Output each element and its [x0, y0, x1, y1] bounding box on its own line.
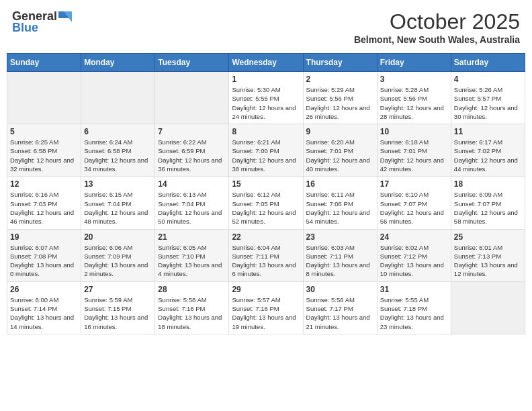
calendar-cell: 29Sunrise: 5:57 AMSunset: 7:16 PMDayligh… — [229, 281, 303, 334]
day-number: 27 — [84, 285, 152, 294]
calendar-header-row: SundayMondayTuesdayWednesdayThursdayFrid… — [7, 54, 525, 72]
daylight-text: Daylight: 12 hours and 40 minutes. — [306, 156, 374, 174]
sunset-text: Sunset: 7:16 PM — [158, 304, 226, 313]
sunrise-text: Sunrise: 6:09 AM — [454, 190, 522, 199]
calendar-header-friday: Friday — [377, 54, 451, 72]
cell-content: Sunrise: 5:26 AMSunset: 5:57 PMDaylight:… — [454, 85, 522, 121]
sunrise-text: Sunrise: 5:56 AM — [306, 295, 374, 304]
sunrise-text: Sunrise: 6:02 AM — [380, 243, 448, 252]
location-subtitle: Belmont, New South Wales, Australia — [354, 34, 520, 45]
cell-content: Sunrise: 6:03 AMSunset: 7:11 PMDaylight:… — [306, 243, 374, 279]
day-number: 18 — [454, 179, 522, 189]
sunset-text: Sunset: 5:57 PM — [454, 94, 522, 103]
sunrise-text: Sunrise: 6:20 AM — [306, 138, 374, 146]
cell-content: Sunrise: 6:13 AMSunset: 7:04 PMDaylight:… — [158, 190, 226, 226]
cell-content: Sunrise: 6:12 AMSunset: 7:05 PMDaylight:… — [232, 190, 300, 226]
daylight-text: Daylight: 12 hours and 52 minutes. — [232, 208, 300, 226]
calendar-cell — [81, 72, 155, 124]
sunset-text: Sunset: 7:09 PM — [84, 252, 152, 261]
calendar-cell — [7, 72, 81, 124]
daylight-text: Daylight: 12 hours and 36 minutes. — [158, 156, 226, 174]
cell-content: Sunrise: 6:25 AMSunset: 6:58 PMDaylight:… — [10, 138, 78, 173]
sunset-text: Sunset: 7:18 PM — [380, 304, 448, 313]
sunset-text: Sunset: 7:02 PM — [454, 146, 522, 155]
cell-content: Sunrise: 6:21 AMSunset: 7:00 PMDaylight:… — [232, 138, 300, 173]
calendar-body: 1Sunrise: 5:30 AMSunset: 5:55 PMDaylight… — [7, 72, 525, 334]
cell-content: Sunrise: 5:29 AMSunset: 5:56 PMDaylight:… — [306, 85, 374, 121]
sunset-text: Sunset: 6:59 PM — [158, 146, 226, 155]
daylight-text: Daylight: 12 hours and 30 minutes. — [454, 103, 522, 122]
sunrise-text: Sunrise: 5:26 AM — [454, 85, 522, 94]
calendar-cell: 2Sunrise: 5:29 AMSunset: 5:56 PMDaylight… — [303, 72, 377, 124]
calendar-week-row: 12Sunrise: 6:16 AMSunset: 7:03 PMDayligh… — [7, 177, 525, 229]
calendar-cell: 9Sunrise: 6:20 AMSunset: 7:01 PMDaylight… — [303, 124, 377, 177]
calendar-cell: 12Sunrise: 6:16 AMSunset: 7:03 PMDayligh… — [7, 177, 81, 229]
logo-blue-text: Blue — [12, 21, 38, 35]
calendar-cell: 10Sunrise: 6:18 AMSunset: 7:01 PMDayligh… — [377, 124, 451, 177]
sunrise-text: Sunrise: 6:25 AM — [10, 138, 78, 146]
cell-content: Sunrise: 6:06 AMSunset: 7:09 PMDaylight:… — [84, 243, 152, 279]
day-number: 17 — [380, 179, 448, 189]
daylight-text: Daylight: 13 hours and 8 minutes. — [306, 261, 374, 279]
sunrise-text: Sunrise: 6:12 AM — [232, 190, 300, 199]
daylight-text: Daylight: 13 hours and 2 minutes. — [84, 261, 152, 279]
sunset-text: Sunset: 6:58 PM — [84, 146, 152, 155]
day-number: 6 — [84, 127, 152, 136]
cell-content: Sunrise: 6:04 AMSunset: 7:11 PMDaylight:… — [232, 243, 300, 279]
daylight-text: Daylight: 13 hours and 12 minutes. — [454, 261, 522, 279]
sunrise-text: Sunrise: 6:13 AM — [158, 190, 226, 199]
day-number: 30 — [306, 285, 374, 294]
day-number: 4 — [454, 75, 522, 84]
cell-content: Sunrise: 5:57 AMSunset: 7:16 PMDaylight:… — [232, 295, 300, 331]
sunset-text: Sunset: 6:58 PM — [10, 146, 78, 155]
sunset-text: Sunset: 7:04 PM — [158, 199, 226, 208]
sunrise-text: Sunrise: 6:17 AM — [454, 138, 522, 146]
calendar-cell: 20Sunrise: 6:06 AMSunset: 7:09 PMDayligh… — [81, 229, 155, 281]
sunset-text: Sunset: 7:13 PM — [454, 252, 522, 261]
calendar-cell — [155, 72, 229, 124]
daylight-text: Daylight: 13 hours and 10 minutes. — [380, 261, 448, 279]
daylight-text: Daylight: 13 hours and 21 minutes. — [306, 313, 374, 331]
day-number: 29 — [232, 285, 300, 294]
calendar-cell: 4Sunrise: 5:26 AMSunset: 5:57 PMDaylight… — [451, 72, 525, 124]
title-area: October 2025 Belmont, New South Wales, A… — [354, 9, 520, 45]
sunrise-text: Sunrise: 6:04 AM — [232, 243, 300, 252]
header: General Blue October 2025 Belmont, New S… — [7, 7, 525, 48]
sunrise-text: Sunrise: 6:18 AM — [380, 138, 448, 146]
calendar-cell: 16Sunrise: 6:11 AMSunset: 7:06 PMDayligh… — [303, 177, 377, 229]
cell-content: Sunrise: 6:09 AMSunset: 7:07 PMDaylight:… — [454, 190, 522, 226]
day-number: 28 — [158, 285, 226, 294]
daylight-text: Daylight: 12 hours and 42 minutes. — [380, 156, 448, 174]
day-number: 20 — [84, 232, 152, 242]
calendar-cell: 18Sunrise: 6:09 AMSunset: 7:07 PMDayligh… — [451, 177, 525, 229]
day-number: 2 — [306, 75, 374, 84]
calendar-cell: 6Sunrise: 6:24 AMSunset: 6:58 PMDaylight… — [81, 124, 155, 177]
daylight-text: Daylight: 12 hours and 58 minutes. — [454, 208, 522, 226]
daylight-text: Daylight: 12 hours and 32 minutes. — [10, 156, 78, 174]
cell-content: Sunrise: 5:28 AMSunset: 5:56 PMDaylight:… — [380, 85, 448, 121]
day-number: 5 — [10, 127, 78, 136]
sunset-text: Sunset: 5:55 PM — [232, 94, 300, 103]
sunrise-text: Sunrise: 5:59 AM — [84, 295, 152, 304]
daylight-text: Daylight: 12 hours and 26 minutes. — [306, 103, 374, 122]
sunset-text: Sunset: 7:01 PM — [306, 146, 374, 155]
sunrise-text: Sunrise: 6:16 AM — [10, 190, 78, 199]
sunrise-text: Sunrise: 6:10 AM — [380, 190, 448, 199]
calendar-cell: 23Sunrise: 6:03 AMSunset: 7:11 PMDayligh… — [303, 229, 377, 281]
sunrise-text: Sunrise: 6:06 AM — [84, 243, 152, 252]
calendar-cell: 15Sunrise: 6:12 AMSunset: 7:05 PMDayligh… — [229, 177, 303, 229]
sunset-text: Sunset: 5:56 PM — [306, 94, 374, 103]
day-number: 13 — [84, 179, 152, 189]
cell-content: Sunrise: 6:22 AMSunset: 6:59 PMDaylight:… — [158, 138, 226, 173]
sunrise-text: Sunrise: 5:29 AM — [306, 85, 374, 94]
sunset-text: Sunset: 7:06 PM — [306, 199, 374, 208]
calendar-cell: 19Sunrise: 6:07 AMSunset: 7:08 PMDayligh… — [7, 229, 81, 281]
daylight-text: Daylight: 13 hours and 6 minutes. — [232, 261, 300, 279]
calendar-cell: 30Sunrise: 5:56 AMSunset: 7:17 PMDayligh… — [303, 281, 377, 334]
sunrise-text: Sunrise: 6:11 AM — [306, 190, 374, 199]
day-number: 1 — [232, 75, 300, 84]
daylight-text: Daylight: 13 hours and 23 minutes. — [380, 313, 448, 331]
sunset-text: Sunset: 7:10 PM — [158, 252, 226, 261]
daylight-text: Daylight: 12 hours and 46 minutes. — [10, 208, 78, 226]
calendar-week-row: 26Sunrise: 6:00 AMSunset: 7:14 PMDayligh… — [7, 281, 525, 334]
